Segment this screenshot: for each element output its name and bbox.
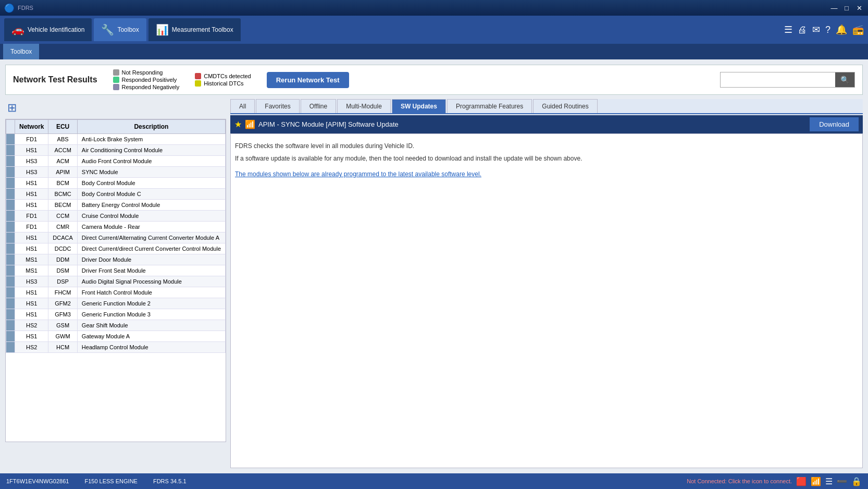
- filter-tab-multi-module[interactable]: Multi-Module: [337, 99, 391, 113]
- table-row[interactable]: HS1 DCDC Direct Current/direct Current C…: [6, 243, 226, 254]
- row-indicator: [6, 167, 15, 178]
- status-icon-minus[interactable]: ➖: [837, 476, 847, 486]
- row-indicator: [6, 189, 15, 200]
- table-row[interactable]: MS1 DSM Driver Front Seat Module: [6, 265, 226, 276]
- row-indicator: [6, 222, 15, 233]
- table-row[interactable]: HS1 GFM2 Generic Function Module 2: [6, 298, 226, 309]
- row-indicator: [6, 211, 15, 222]
- print-icon-button[interactable]: 🖨: [798, 25, 807, 35]
- tab-toolbox[interactable]: 🔧 Toolbox: [94, 18, 146, 41]
- network-header: Network Test Results Not Responding Resp…: [5, 65, 863, 95]
- legend-not-responding: Not Responding Responded Positively Resp…: [113, 69, 180, 90]
- col-ecu: ECU: [48, 120, 78, 134]
- cell-description: Body Control Module: [77, 178, 225, 189]
- legend-label-responded-negatively: Responded Negatively: [122, 84, 180, 90]
- table-row[interactable]: FD1 CMR Camera Module - Rear: [6, 222, 226, 233]
- subtab-toolbox[interactable]: Toolbox: [3, 44, 39, 59]
- search-button[interactable]: 🔍: [835, 72, 854, 87]
- legend-dot-responded-negatively: [113, 84, 119, 90]
- cell-network: HS1: [15, 331, 48, 342]
- filter-tab-all[interactable]: All: [230, 99, 255, 113]
- cell-network: HS1: [15, 243, 48, 254]
- cell-description: Camera Module - Rear: [77, 222, 225, 233]
- status-icon-red[interactable]: 🟥: [796, 476, 807, 486]
- tab-measurement-toolbox[interactable]: 📊 Measurement Toolbox: [148, 18, 241, 41]
- legend-dot-not-responding: [113, 69, 119, 76]
- legend-label-cmdtcs: CMDTCs detected: [204, 73, 251, 79]
- info-link[interactable]: The modules shown below are already prog…: [235, 170, 481, 178]
- table-row[interactable]: HS2 HCM Headlamp Control Module: [6, 342, 226, 353]
- table-row[interactable]: HS1 BCM Body Control Module: [6, 178, 226, 189]
- table-row[interactable]: HS1 BCMC Body Control Module C: [6, 189, 226, 200]
- filter-tab-sw-updates[interactable]: SW Updates: [392, 99, 446, 113]
- cell-ecu: GFM3: [48, 309, 78, 320]
- legend-dot-cmdtcs: [195, 73, 201, 79]
- table-row[interactable]: FD1 ABS Anti-Lock Brake System: [6, 134, 226, 145]
- cell-network: HS1: [15, 200, 48, 211]
- row-indicator: [6, 178, 15, 189]
- row-indicator: [6, 309, 15, 320]
- filter-tab-offline[interactable]: Offline: [301, 99, 336, 113]
- row-indicator: [6, 331, 15, 342]
- tab-bar: 🚗 Vehicle Identification 🔧 Toolbox 📊 Mea…: [0, 16, 868, 44]
- table-row[interactable]: HS2 GSM Gear Shift Module: [6, 320, 226, 331]
- cell-description: Cruise Control Module: [77, 211, 225, 222]
- row-indicator: [6, 145, 15, 156]
- col-network: Network: [15, 120, 48, 134]
- notifications-icon-button[interactable]: 🔔: [836, 24, 847, 35]
- table-row[interactable]: HS1 ACCM Air Conditioning Control Module: [6, 145, 226, 156]
- table-row[interactable]: FD1 CCM Cruise Control Module: [6, 211, 226, 222]
- info-text-line1: FDRS checks the software level in all mo…: [235, 142, 858, 150]
- cell-ecu: BECM: [48, 200, 78, 211]
- help-icon-button[interactable]: ?: [825, 25, 830, 35]
- cell-ecu: CCM: [48, 211, 78, 222]
- table-row[interactable]: HS1 DCACA Direct Current/Alternating Cur…: [6, 233, 226, 243]
- content-split: ⊞ Network ECU Description: [5, 99, 863, 468]
- table-row[interactable]: HS1 GFM3 Generic Function Module 3: [6, 309, 226, 320]
- table-row[interactable]: MS1 DDM Driver Door Module: [6, 254, 226, 265]
- cell-description: Body Control Module C: [77, 189, 225, 200]
- cell-ecu: GFM2: [48, 298, 78, 309]
- table-row[interactable]: HS3 DSP Audio Digital Signal Processing …: [6, 276, 226, 287]
- rerun-network-test-button[interactable]: Rerun Network Test: [267, 72, 349, 88]
- cell-description: Direct Current/direct Current Converter …: [77, 243, 225, 254]
- filter-tab-guided-routines[interactable]: Guided Routines: [533, 99, 597, 113]
- table-row[interactable]: HS1 GWM Gateway Module A: [6, 331, 226, 342]
- row-indicator: [6, 243, 15, 254]
- row-indicator: [6, 276, 15, 287]
- vehicle-id-icon: 🚗: [11, 23, 24, 36]
- table-scroll[interactable]: Network ECU Description FD1 ABS Anti-Loc…: [6, 119, 226, 442]
- filter-tab-favorites[interactable]: Favorites: [256, 99, 299, 113]
- menu-icon-button[interactable]: ☰: [784, 24, 792, 35]
- table-row[interactable]: HS1 FHCM Front Hatch Control Module: [6, 287, 226, 298]
- row-indicator: [6, 265, 15, 276]
- download-button[interactable]: Download: [810, 117, 859, 131]
- table-row[interactable]: HS3 ACM Audio Front Control Module: [6, 156, 226, 167]
- tab-vehicle-identification[interactable]: 🚗 Vehicle Identification: [4, 18, 92, 41]
- minimize-button[interactable]: —: [829, 3, 839, 13]
- mail-icon-button[interactable]: ✉: [812, 24, 820, 35]
- legend-dtcs: CMDTCs detected Historical DTCs: [195, 73, 251, 87]
- cell-ecu: GSM: [48, 320, 78, 331]
- module-table: Network ECU Description FD1 ABS Anti-Loc…: [6, 119, 226, 353]
- status-icon-menu[interactable]: ☰: [825, 476, 833, 486]
- status-version: FDRS 34.5.1: [153, 478, 187, 484]
- filter-tab-programmable-features[interactable]: Programmable Features: [447, 99, 532, 113]
- cell-ecu: ACCM: [48, 145, 78, 156]
- cell-ecu: FHCM: [48, 287, 78, 298]
- title-bar-controls: — □ ✕: [829, 3, 864, 13]
- table-row[interactable]: HS3 APIM SYNC Module: [6, 167, 226, 178]
- table-row[interactable]: HS1 BECM Battery Energy Control Module: [6, 200, 226, 211]
- radio-icon-button[interactable]: 📻: [852, 24, 864, 35]
- status-icon-signal[interactable]: 📶: [811, 476, 821, 486]
- status-icon-lock[interactable]: 🔒: [851, 476, 862, 486]
- search-input[interactable]: [721, 73, 835, 87]
- right-panel: All Favorites Offline Multi-Module SW Up…: [230, 99, 863, 468]
- not-connected-text: Not Connected: Click the icon to connect…: [687, 478, 792, 484]
- cell-network: HS3: [15, 276, 48, 287]
- close-button[interactable]: ✕: [854, 3, 864, 13]
- cell-ecu: DSP: [48, 276, 78, 287]
- maximize-button[interactable]: □: [842, 3, 851, 13]
- grid-icon[interactable]: ⊞: [7, 101, 17, 115]
- cell-ecu: DDM: [48, 254, 78, 265]
